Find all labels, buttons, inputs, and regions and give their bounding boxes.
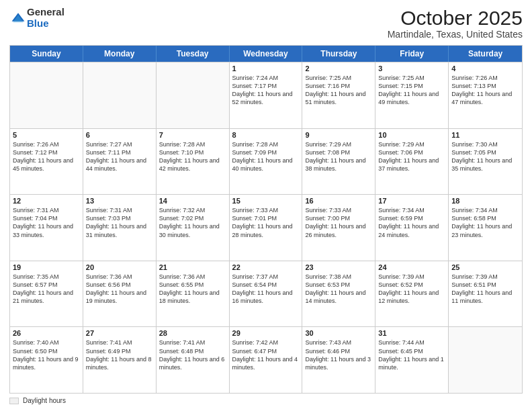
calendar-header-tuesday: Tuesday <box>157 46 230 62</box>
day-number: 10 <box>378 131 445 139</box>
day-info: Sunrise: 7:31 AM Sunset: 7:04 PM Dayligh… <box>13 206 80 239</box>
day-number: 9 <box>305 131 372 139</box>
calendar-header-monday: Monday <box>83 46 157 62</box>
day-info: Sunrise: 7:43 AM Sunset: 6:46 PM Dayligh… <box>305 338 372 371</box>
calendar-cell: 14Sunrise: 7:32 AM Sunset: 7:02 PM Dayli… <box>157 195 230 261</box>
day-number: 21 <box>159 263 226 271</box>
day-number: 8 <box>232 131 300 139</box>
calendar-cell: 1Sunrise: 7:24 AM Sunset: 7:17 PM Daylig… <box>230 62 303 128</box>
day-number: 29 <box>232 329 300 337</box>
calendar-week-2: 5Sunrise: 7:26 AM Sunset: 7:12 PM Daylig… <box>10 128 522 195</box>
calendar-header-thursday: Thursday <box>302 46 375 62</box>
day-info: Sunrise: 7:41 AM Sunset: 6:49 PM Dayligh… <box>86 338 153 371</box>
day-info: Sunrise: 7:25 AM Sunset: 7:16 PM Dayligh… <box>305 74 372 107</box>
legend-box <box>9 398 19 404</box>
day-number: 26 <box>13 329 80 337</box>
calendar-cell: 3Sunrise: 7:25 AM Sunset: 7:15 PM Daylig… <box>375 62 449 128</box>
calendar-cell <box>10 62 83 128</box>
legend-label: Daylight hours <box>23 397 66 404</box>
calendar-cell: 18Sunrise: 7:34 AM Sunset: 6:58 PM Dayli… <box>449 195 522 261</box>
calendar-header-sunday: Sunday <box>10 46 83 62</box>
calendar-week-4: 19Sunrise: 7:35 AM Sunset: 6:57 PM Dayli… <box>10 261 522 327</box>
day-info: Sunrise: 7:29 AM Sunset: 7:08 PM Dayligh… <box>305 140 372 173</box>
logo-text: General Blue <box>27 7 64 29</box>
calendar-cell: 22Sunrise: 7:37 AM Sunset: 6:54 PM Dayli… <box>230 261 303 327</box>
calendar-cell: 15Sunrise: 7:33 AM Sunset: 7:01 PM Dayli… <box>230 195 303 261</box>
page: General Blue October 2025 Martindale, Te… <box>0 0 532 411</box>
calendar-cell: 20Sunrise: 7:36 AM Sunset: 6:56 PM Dayli… <box>83 261 157 327</box>
calendar-cell <box>449 327 522 393</box>
day-info: Sunrise: 7:40 AM Sunset: 6:50 PM Dayligh… <box>13 338 80 371</box>
calendar-cell <box>157 62 230 128</box>
day-number: 30 <box>305 329 372 337</box>
calendar-header-wednesday: Wednesday <box>230 46 303 62</box>
day-number: 5 <box>13 131 80 139</box>
day-info: Sunrise: 7:34 AM Sunset: 6:59 PM Dayligh… <box>378 206 445 239</box>
day-number: 19 <box>13 263 80 271</box>
day-number: 6 <box>86 131 153 139</box>
day-info: Sunrise: 7:27 AM Sunset: 7:11 PM Dayligh… <box>86 140 153 173</box>
day-info: Sunrise: 7:29 AM Sunset: 7:06 PM Dayligh… <box>378 140 445 173</box>
calendar-week-5: 26Sunrise: 7:40 AM Sunset: 6:50 PM Dayli… <box>10 326 522 393</box>
day-number: 15 <box>232 197 300 205</box>
calendar-cell: 6Sunrise: 7:27 AM Sunset: 7:11 PM Daylig… <box>83 129 157 195</box>
day-number: 12 <box>13 197 80 205</box>
main-title: October 2025 <box>388 7 523 29</box>
day-info: Sunrise: 7:42 AM Sunset: 6:47 PM Dayligh… <box>232 338 300 371</box>
day-info: Sunrise: 7:34 AM Sunset: 6:58 PM Dayligh… <box>451 206 519 239</box>
calendar-cell: 21Sunrise: 7:36 AM Sunset: 6:55 PM Dayli… <box>157 261 230 327</box>
calendar-cell: 29Sunrise: 7:42 AM Sunset: 6:47 PM Dayli… <box>230 327 303 393</box>
day-info: Sunrise: 7:24 AM Sunset: 7:17 PM Dayligh… <box>232 74 300 107</box>
logo: General Blue <box>9 7 64 29</box>
day-info: Sunrise: 7:39 AM Sunset: 6:52 PM Dayligh… <box>378 273 445 306</box>
day-info: Sunrise: 7:35 AM Sunset: 6:57 PM Dayligh… <box>13 273 80 306</box>
calendar-cell: 9Sunrise: 7:29 AM Sunset: 7:08 PM Daylig… <box>302 129 375 195</box>
day-number: 2 <box>305 64 372 73</box>
day-info: Sunrise: 7:36 AM Sunset: 6:56 PM Dayligh… <box>86 273 153 306</box>
calendar-cell: 12Sunrise: 7:31 AM Sunset: 7:04 PM Dayli… <box>10 195 83 261</box>
day-info: Sunrise: 7:33 AM Sunset: 7:00 PM Dayligh… <box>305 206 372 239</box>
day-number: 24 <box>378 263 445 271</box>
day-number: 23 <box>305 263 372 271</box>
calendar-cell: 8Sunrise: 7:28 AM Sunset: 7:09 PM Daylig… <box>230 129 303 195</box>
calendar-cell: 10Sunrise: 7:29 AM Sunset: 7:06 PM Dayli… <box>375 129 449 195</box>
calendar-header-row: SundayMondayTuesdayWednesdayThursdayFrid… <box>10 46 522 62</box>
calendar-cell: 31Sunrise: 7:44 AM Sunset: 6:45 PM Dayli… <box>375 327 449 393</box>
day-number: 3 <box>378 64 445 73</box>
day-number: 11 <box>451 131 519 139</box>
day-info: Sunrise: 7:26 AM Sunset: 7:13 PM Dayligh… <box>451 74 519 107</box>
day-number: 31 <box>378 329 445 337</box>
calendar: SundayMondayTuesdayWednesdayThursdayFrid… <box>9 45 523 394</box>
calendar-week-1: 1Sunrise: 7:24 AM Sunset: 7:17 PM Daylig… <box>10 62 522 128</box>
calendar-cell: 7Sunrise: 7:28 AM Sunset: 7:10 PM Daylig… <box>157 129 230 195</box>
calendar-cell: 11Sunrise: 7:30 AM Sunset: 7:05 PM Dayli… <box>449 129 522 195</box>
legend: Daylight hours <box>9 397 523 404</box>
day-info: Sunrise: 7:37 AM Sunset: 6:54 PM Dayligh… <box>232 273 300 306</box>
calendar-cell: 24Sunrise: 7:39 AM Sunset: 6:52 PM Dayli… <box>375 261 449 327</box>
day-info: Sunrise: 7:26 AM Sunset: 7:12 PM Dayligh… <box>13 140 80 173</box>
day-info: Sunrise: 7:44 AM Sunset: 6:45 PM Dayligh… <box>378 338 445 371</box>
calendar-cell: 19Sunrise: 7:35 AM Sunset: 6:57 PM Dayli… <box>10 261 83 327</box>
day-number: 4 <box>451 64 519 73</box>
calendar-cell: 30Sunrise: 7:43 AM Sunset: 6:46 PM Dayli… <box>302 327 375 393</box>
calendar-cell: 27Sunrise: 7:41 AM Sunset: 6:49 PM Dayli… <box>83 327 157 393</box>
day-info: Sunrise: 7:41 AM Sunset: 6:48 PM Dayligh… <box>159 338 226 371</box>
day-info: Sunrise: 7:30 AM Sunset: 7:05 PM Dayligh… <box>451 140 519 173</box>
calendar-cell: 4Sunrise: 7:26 AM Sunset: 7:13 PM Daylig… <box>449 62 522 128</box>
calendar-cell <box>83 62 157 128</box>
calendar-cell: 26Sunrise: 7:40 AM Sunset: 6:50 PM Dayli… <box>10 327 83 393</box>
calendar-cell: 17Sunrise: 7:34 AM Sunset: 6:59 PM Dayli… <box>375 195 449 261</box>
day-number: 27 <box>86 329 153 337</box>
calendar-cell: 25Sunrise: 7:39 AM Sunset: 6:51 PM Dayli… <box>449 261 522 327</box>
day-number: 28 <box>159 329 226 337</box>
day-number: 22 <box>232 263 300 271</box>
logo-blue: Blue <box>27 18 64 30</box>
day-info: Sunrise: 7:39 AM Sunset: 6:51 PM Dayligh… <box>451 273 519 306</box>
calendar-cell: 13Sunrise: 7:31 AM Sunset: 7:03 PM Dayli… <box>83 195 157 261</box>
calendar-cell: 16Sunrise: 7:33 AM Sunset: 7:00 PM Dayli… <box>302 195 375 261</box>
day-info: Sunrise: 7:33 AM Sunset: 7:01 PM Dayligh… <box>232 206 300 239</box>
day-number: 20 <box>86 263 153 271</box>
day-number: 13 <box>86 197 153 205</box>
subtitle: Martindale, Texas, United States <box>388 29 523 40</box>
day-number: 1 <box>232 64 300 73</box>
